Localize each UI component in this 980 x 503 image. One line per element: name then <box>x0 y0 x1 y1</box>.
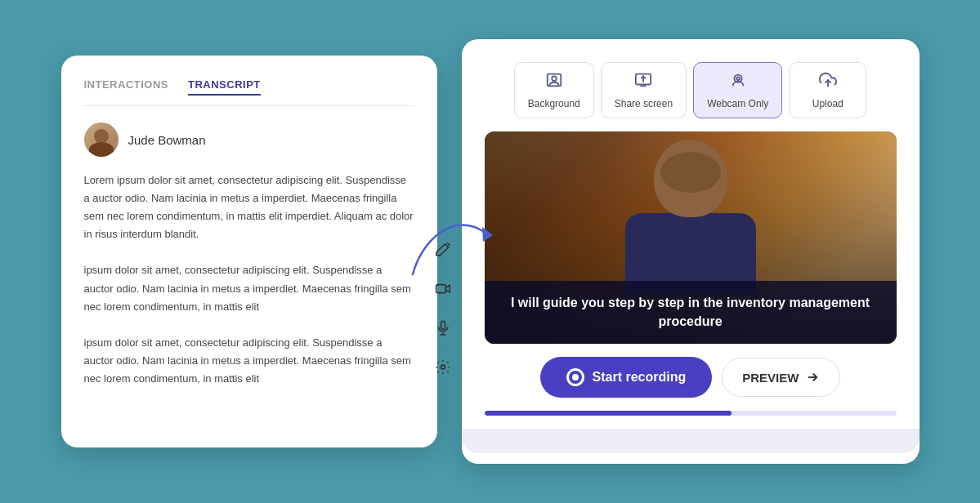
mode-tab-background[interactable]: Background <box>514 62 594 118</box>
avatar <box>84 122 119 157</box>
tab-transcript[interactable]: TRANSCRIPT <box>188 78 261 96</box>
webcam-only-label: Webcam Only <box>707 98 768 109</box>
mode-tab-upload[interactable]: Upload <box>789 62 866 118</box>
upload-icon <box>819 71 837 93</box>
record-icon <box>566 368 584 386</box>
record-button-label: Start recording <box>593 370 687 385</box>
user-name: Jude Bowman <box>128 133 206 147</box>
transcript-para-2: ipsum dolor sit amet, consectetur adipis… <box>84 261 414 315</box>
video-caption: I will guide you step by step in the inv… <box>485 281 897 344</box>
person-figure <box>609 140 772 295</box>
avatar-image <box>84 122 119 157</box>
mode-tab-share-screen[interactable]: Share screen <box>601 62 687 118</box>
user-row: Jude Bowman <box>84 122 414 157</box>
mode-tabs-container: Background Share screen <box>485 62 897 118</box>
progress-bar-fill <box>485 411 732 416</box>
transcript-para-1: Lorem ipsum dolor sit amet, consectetur … <box>84 171 414 243</box>
card-footer <box>462 429 920 453</box>
transcript-para-3: ipsum dolor sit amet, consectetur adipis… <box>84 334 414 388</box>
video-preview: I will guide you step by step in the inv… <box>485 131 897 344</box>
svg-point-5 <box>441 365 445 369</box>
preview-label: PREVIEW <box>742 371 799 385</box>
settings-icon[interactable] <box>431 355 455 380</box>
right-card: Background Share screen <box>462 39 920 464</box>
background-label: Background <box>528 98 580 109</box>
arrow-connector <box>405 193 503 291</box>
preview-button[interactable]: PREVIEW <box>722 358 840 397</box>
person-head <box>654 140 727 217</box>
progress-bar <box>485 411 897 416</box>
microphone-icon[interactable] <box>431 316 455 341</box>
webcam-icon <box>729 71 747 93</box>
start-recording-button[interactable]: Start recording <box>540 357 713 398</box>
record-dot <box>572 374 579 381</box>
left-card: INTERACTIONS TRANSCRIPT Jude Bowman Lore… <box>61 56 437 447</box>
share-screen-icon <box>634 71 652 93</box>
tab-interactions[interactable]: INTERACTIONS <box>84 78 169 96</box>
action-row: Start recording PREVIEW <box>485 357 897 398</box>
svg-point-13 <box>736 77 740 80</box>
mode-tab-webcam-only[interactable]: Webcam Only <box>693 62 782 118</box>
arrow-right-icon <box>805 370 820 385</box>
svg-rect-2 <box>441 321 445 329</box>
tabs-container: INTERACTIONS TRANSCRIPT <box>84 78 414 106</box>
scene: INTERACTIONS TRANSCRIPT Jude Bowman Lore… <box>0 0 980 503</box>
transcript-body: Lorem ipsum dolor sit amet, consectetur … <box>84 171 414 388</box>
share-screen-label: Share screen <box>615 98 673 109</box>
background-icon <box>545 71 563 93</box>
svg-marker-0 <box>482 227 493 242</box>
upload-label: Upload <box>812 98 844 109</box>
svg-point-7 <box>552 76 557 81</box>
